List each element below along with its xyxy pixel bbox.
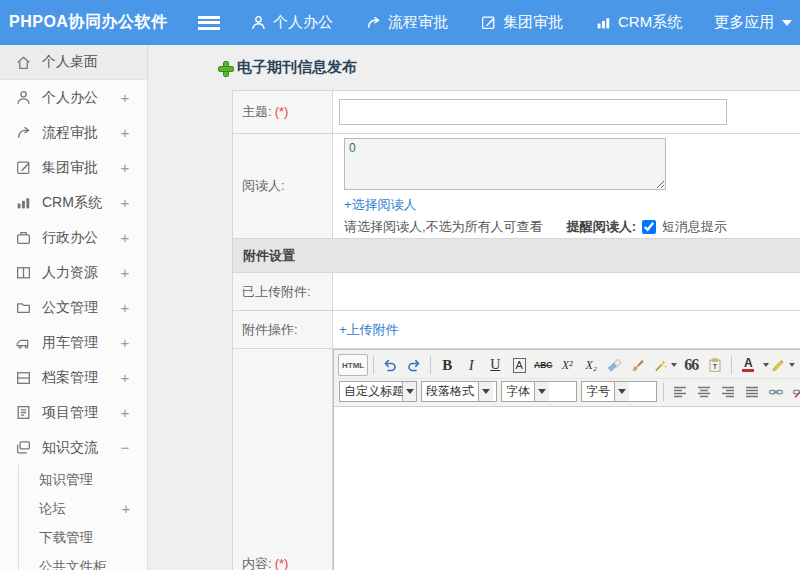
sidebar-item-document-mgmt[interactable]: 公文管理 + [0,290,147,325]
underline-button[interactable]: U [484,354,506,376]
caret-down-icon[interactable] [763,363,769,367]
char-border-button[interactable]: A [508,354,530,376]
toolbar-separator [430,356,431,374]
sidebar-item-workflow-approval[interactable]: 流程审批 + [0,115,147,150]
sidebar-subitem-download-mgmt[interactable]: 下载管理 [19,523,147,552]
expand-icon[interactable]: + [117,89,133,106]
sidebar-subitem-knowledge-mgmt[interactable]: 知识管理 [19,465,147,494]
eraser-button[interactable] [604,354,626,376]
sidebar-item-vehicle-mgmt[interactable]: 用车管理 + [0,325,147,360]
italic-button[interactable]: I [460,354,482,376]
svg-text:T: T [713,363,718,370]
sidebar-item-knowledge-exchange[interactable]: 知识交流 − [0,430,147,465]
format-brush-button[interactable] [628,354,650,376]
blockquote-button[interactable]: 66 [680,354,702,376]
sidebar: 个人桌面 个人办公 + 流程审批 + 集团审批 + [0,45,148,570]
editor-toolbar-row1: HTML B I U [337,352,800,378]
paragraph-format-select[interactable]: 段落格式 [421,381,497,402]
sidebar-item-crm[interactable]: CRM系统 + [0,185,147,220]
caret-down-icon [782,20,792,26]
expand-icon[interactable]: + [117,124,133,141]
undo-button[interactable] [379,354,401,376]
nav-group-approval-tab[interactable]: 集团审批 [480,13,563,32]
nav-more-apps-tab[interactable]: 更多应用 [714,13,792,32]
superscript-button[interactable]: X² [556,354,578,376]
bar-chart-icon [595,14,612,31]
nav-personal-office-tab[interactable]: 个人办公 [250,13,333,32]
custom-heading-select[interactable]: 自定义标题 [339,381,417,402]
nav-crm-tab[interactable]: CRM系统 [595,13,682,32]
font-color-button[interactable]: A [737,354,759,376]
expand-icon[interactable]: + [117,404,133,421]
subscript-button[interactable]: X₂ [580,354,602,376]
nav-label: CRM系统 [618,13,682,32]
remind-readers-label: 提醒阅读人: [567,218,636,236]
expand-icon[interactable]: + [117,229,133,246]
sidebar-item-project-mgmt[interactable]: 项目管理 + [0,395,147,430]
unlink-icon [792,384,800,400]
justify-button[interactable] [741,381,763,403]
user-icon [15,89,32,106]
redo-button[interactable] [403,354,425,376]
magic-wand-button[interactable] [652,354,678,376]
align-left-button[interactable] [669,381,691,403]
expand-icon[interactable]: + [117,369,133,386]
subject-row: 主题:(*) [233,91,800,134]
readers-note: 请选择阅读人,不选为所有人可查看 提醒阅读人: 短消息提示 [344,218,800,236]
nav-label: 集团审批 [503,13,563,32]
collapse-icon[interactable]: − [117,439,133,456]
editor-content-area[interactable] [334,407,800,570]
sidebar-item-archive-mgmt[interactable]: 档案管理 + [0,360,147,395]
attach-action-value-cell: +上传附件 [333,311,800,349]
expand-icon[interactable]: + [118,500,134,517]
align-center-icon [696,384,712,400]
unlink-button[interactable] [789,381,800,403]
sidebar-item-group-approval[interactable]: 集团审批 + [0,150,147,185]
align-right-button[interactable] [717,381,739,403]
caret-down-icon [789,363,795,367]
page-title: 电子期刊信息发布 [218,58,800,77]
sidebar-subitem-public-cabinet[interactable]: 公共文件柜 [19,552,147,570]
publish-form: 主题:(*) 阅读人: 0 +选择阅读人 请选择阅读人,不选为所有人可查看 [232,90,800,570]
redo-icon [406,357,422,373]
sidebar-item-personal-office[interactable]: 个人办公 + [0,80,147,115]
menu-toggle-icon[interactable] [198,16,220,30]
sms-remind-checkbox[interactable] [642,220,656,234]
magic-wand-icon [653,358,668,373]
readers-textarea[interactable]: 0 [344,138,666,190]
expand-icon[interactable]: + [117,334,133,351]
paste-plain-button[interactable]: T [704,354,726,376]
rich-text-editor: HTML B I U [333,349,800,570]
align-center-button[interactable] [693,381,715,403]
sidebar-subitem-forum[interactable]: 论坛 + [19,494,147,523]
nav-label: 更多应用 [714,13,774,32]
upload-attachment-link[interactable]: +上传附件 [339,322,399,337]
subject-input[interactable] [339,99,727,125]
strikethrough-button[interactable]: ABC [532,354,554,376]
sidebar-subitem-label: 公共文件柜 [39,558,118,570]
sidebar-item-admin-office[interactable]: 行政办公 + [0,220,147,255]
required-mark: (*) [275,556,289,570]
expand-icon[interactable]: + [117,194,133,211]
flow-arrow-icon [365,14,382,31]
expand-icon[interactable]: + [117,299,133,316]
font-family-select[interactable]: 字体 [501,381,577,402]
expand-icon[interactable]: + [117,159,133,176]
highlight-color-button[interactable] [770,354,796,376]
app-logo[interactable]: PHPOA协同办公软件 [0,12,198,33]
content-editor-cell: HTML B I U [333,349,800,570]
sidebar-item-personal-desktop[interactable]: 个人桌面 [0,45,147,80]
bold-button[interactable]: B [436,354,458,376]
expand-icon[interactable]: + [117,264,133,281]
font-size-select[interactable]: 字号 [581,381,657,402]
select-value: 字号 [582,382,614,401]
caret-down-icon [614,382,629,401]
uploaded-value-cell [333,273,800,311]
sidebar-item-hr[interactable]: 人力资源 + [0,255,147,290]
insert-link-button[interactable] [765,381,787,403]
source-code-button[interactable]: HTML [338,354,368,376]
nav-workflow-approval-tab[interactable]: 流程审批 [365,13,448,32]
select-readers-link[interactable]: +选择阅读人 [344,196,800,214]
sidebar-item-label: 行政办公 [42,229,117,247]
font-color-label: A [744,358,753,368]
